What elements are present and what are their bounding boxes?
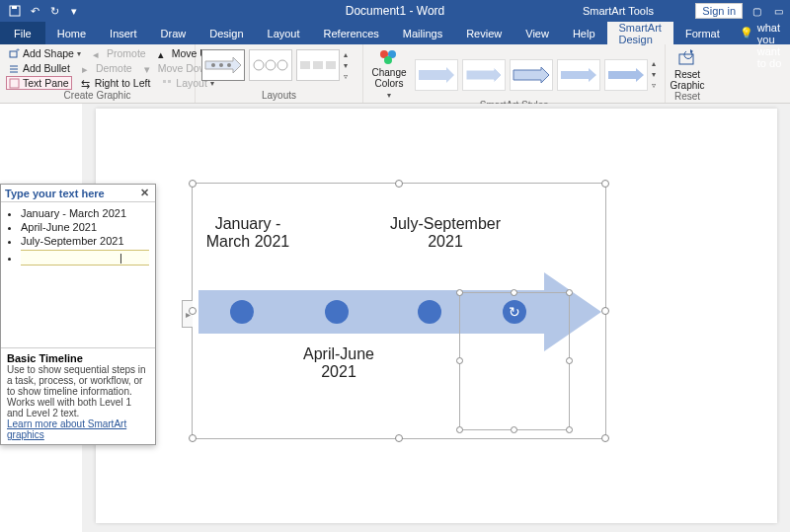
timeline-dot-3[interactable]: [418, 300, 441, 324]
layout-option-2[interactable]: [249, 49, 292, 81]
svg-rect-18: [313, 61, 323, 69]
group-layouts: ▴▾▿ Layouts: [196, 44, 363, 103]
text-pane-button[interactable]: Text Pane: [6, 76, 72, 90]
list-item[interactable]: April-June 2021: [21, 220, 149, 234]
smartart-selection[interactable]: ▸ ↻ January - March 2021 July-September …: [192, 183, 606, 439]
save-icon[interactable]: [8, 4, 22, 18]
tab-file[interactable]: File: [0, 22, 45, 44]
layouts-scroll-down[interactable]: ▾: [344, 61, 348, 70]
move-up-icon: ▴: [158, 48, 169, 59]
document-area: ▸ ↻ January - March 2021 July-September …: [82, 104, 790, 532]
add-shape-button[interactable]: +Add Shape▾: [6, 46, 84, 60]
layout-option-3[interactable]: [296, 49, 340, 81]
tab-smartart-design[interactable]: SmartArt Design: [607, 22, 673, 44]
group-label-reset: Reset: [672, 91, 703, 104]
timeline-dot-2[interactable]: [325, 300, 349, 324]
svg-point-12: [219, 63, 223, 67]
svg-marker-23: [419, 67, 454, 83]
list-item[interactable]: January - March 2021: [21, 206, 149, 220]
timeline-dot-1[interactable]: [230, 300, 254, 324]
text-pane-info: Basic Timeline Use to show sequential st…: [1, 347, 155, 444]
style-option-1[interactable]: [415, 59, 458, 91]
ribbon-tabs: File Home Insert Draw Design Layout Refe…: [0, 22, 790, 44]
add-shape-icon: +: [9, 48, 20, 59]
svg-marker-25: [514, 67, 549, 83]
group-smartart-styles: Change Colors ▾ ▴▾▿ SmartArt Styles: [363, 44, 666, 103]
redo-icon[interactable]: ↻: [47, 4, 61, 18]
layout-option-1[interactable]: [201, 49, 245, 81]
add-bullet-button[interactable]: Add Bullet: [6, 61, 73, 75]
tab-format[interactable]: Format: [673, 22, 732, 44]
demote-button[interactable]: ▸Demote: [79, 61, 135, 75]
text-pane-title: Type your text here: [5, 188, 105, 199]
styles-scroll-up[interactable]: ▴: [652, 59, 656, 68]
group-label-layouts: Layouts: [201, 90, 356, 103]
svg-text:+: +: [16, 48, 20, 53]
tab-draw[interactable]: Draw: [149, 22, 198, 44]
text-input[interactable]: [21, 252, 119, 264]
svg-rect-28: [679, 54, 693, 64]
info-title: Basic Timeline: [7, 352, 149, 364]
ribbon-options-icon[interactable]: ▢: [749, 4, 764, 18]
tab-mailings[interactable]: Mailings: [391, 22, 454, 44]
reset-graphic-button[interactable]: Reset Graphic: [672, 46, 703, 91]
style-option-2[interactable]: [462, 59, 506, 91]
tab-layout[interactable]: Layout: [256, 22, 312, 44]
layouts-scroll-up[interactable]: ▴: [344, 50, 348, 59]
svg-rect-17: [300, 61, 310, 69]
contextual-tab-label: SmartArt Tools: [583, 5, 654, 17]
tab-insert[interactable]: Insert: [98, 22, 149, 44]
list-item-editing[interactable]: |: [21, 250, 149, 266]
tab-review[interactable]: Review: [454, 22, 514, 44]
change-colors-button[interactable]: Change Colors ▾: [369, 46, 409, 100]
svg-rect-1: [12, 6, 17, 9]
promote-icon: ◂: [93, 48, 104, 59]
svg-point-13: [227, 63, 231, 67]
promote-button[interactable]: ◂Promote: [90, 46, 149, 60]
add-bullet-icon: [9, 63, 20, 74]
right-to-left-button[interactable]: ⇆Right to Left: [78, 76, 154, 90]
demote-icon: ▸: [82, 63, 93, 74]
title-bar: ↶ ↻ ▾ Document1 - Word SmartArt Tools Si…: [0, 0, 790, 22]
style-option-5[interactable]: [604, 59, 648, 91]
sign-in-button[interactable]: Sign in: [695, 3, 743, 19]
timeline-label-3[interactable]: July-September 2021: [386, 215, 505, 252]
svg-point-11: [211, 63, 215, 67]
page[interactable]: ▸ ↻ January - March 2021 July-September …: [96, 109, 777, 523]
empty-label-selection[interactable]: [459, 292, 570, 430]
close-icon[interactable]: ✕: [137, 187, 151, 200]
tab-help[interactable]: Help: [561, 22, 607, 44]
text-pane-list[interactable]: January - March 2021 April-June 2021 Jul…: [1, 202, 155, 269]
group-create-graphic: +Add Shape▾ ◂Promote ▴Move Up Add Bullet…: [0, 44, 196, 103]
layout-icon: [162, 78, 173, 89]
minimize-icon[interactable]: ▭: [770, 4, 786, 18]
group-label-create: Create Graphic: [6, 90, 189, 103]
timeline-label-2[interactable]: April-June 2021: [289, 345, 388, 382]
qat-customize-icon[interactable]: ▾: [67, 4, 81, 18]
rtl-icon: ⇆: [81, 78, 92, 89]
tab-references[interactable]: References: [312, 22, 391, 44]
quick-access-toolbar: ↶ ↻ ▾: [8, 4, 81, 18]
learn-more-link[interactable]: Learn more about SmartArt graphics: [7, 418, 126, 440]
svg-point-22: [384, 56, 392, 64]
reset-icon: [676, 48, 698, 70]
styles-scroll-down[interactable]: ▾: [652, 70, 656, 79]
text-pane-icon: [9, 78, 20, 89]
text-pane[interactable]: Type your text here ✕ January - March 20…: [0, 184, 156, 445]
move-down-icon: ▾: [144, 63, 155, 74]
group-reset: Reset Graphic Reset: [666, 44, 709, 103]
tab-home[interactable]: Home: [45, 22, 98, 44]
undo-icon[interactable]: ↶: [28, 4, 41, 18]
tab-view[interactable]: View: [514, 22, 561, 44]
style-option-4[interactable]: [557, 59, 600, 91]
list-item[interactable]: July-September 2021: [21, 234, 149, 248]
layouts-more[interactable]: ▿: [344, 72, 348, 81]
svg-rect-8: [163, 80, 166, 83]
tell-me[interactable]: 💡 Tell me what you want to do: [732, 22, 790, 44]
tab-design[interactable]: Design: [198, 22, 255, 44]
svg-point-14: [254, 60, 264, 70]
svg-point-16: [277, 60, 287, 70]
style-option-3[interactable]: [510, 59, 553, 91]
timeline-label-1[interactable]: January - March 2021: [198, 215, 297, 252]
styles-more[interactable]: ▿: [652, 81, 656, 90]
